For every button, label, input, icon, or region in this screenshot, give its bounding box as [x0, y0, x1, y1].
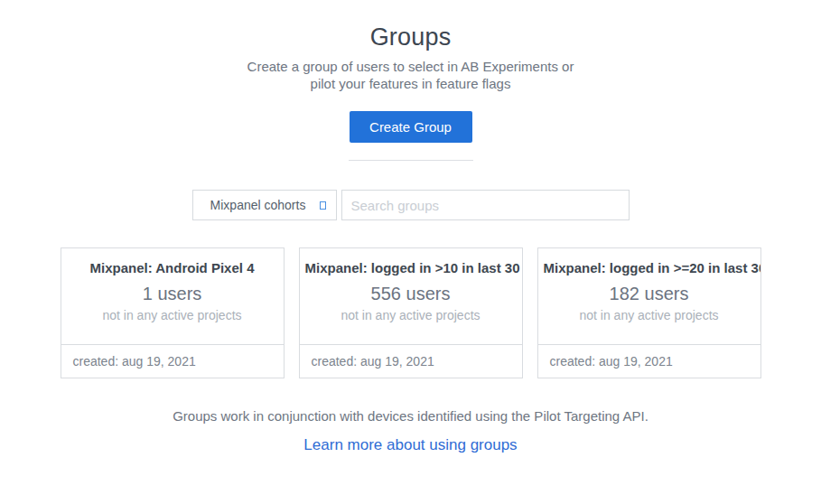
- page-title: Groups: [0, 23, 821, 51]
- dropdown-indicator-icon: [320, 201, 326, 210]
- cohort-source-dropdown[interactable]: Mixpanel cohorts: [192, 190, 337, 220]
- group-card-users-count: 182 users: [538, 284, 760, 304]
- group-card-body: Mixpanel: logged in >10 in last 30 ... 5…: [300, 248, 522, 344]
- search-groups-input[interactable]: [341, 190, 630, 220]
- group-card-logged-in-gte20[interactable]: Mixpanel: logged in >=20 in last 30... 1…: [537, 247, 761, 378]
- group-card-body: Mixpanel: logged in >=20 in last 30... 1…: [538, 248, 760, 344]
- cohort-source-dropdown-value: Mixpanel cohorts: [210, 198, 306, 212]
- group-card-title: Mixpanel: Android Pixel 4: [61, 260, 284, 275]
- page-subtitle: Create a group of users to select in AB …: [0, 58, 821, 92]
- group-card-users-count: 556 users: [300, 284, 522, 304]
- group-card-status: not in any active projects: [538, 308, 760, 322]
- learn-more-link[interactable]: Learn more about using groups: [303, 436, 517, 454]
- group-card-body: Mixpanel: Android Pixel 4 1 users not in…: [61, 248, 284, 344]
- group-cards-row: Mixpanel: Android Pixel 4 1 users not in…: [0, 247, 821, 378]
- create-group-button[interactable]: Create Group: [350, 111, 472, 143]
- header-divider: [349, 160, 473, 161]
- filter-row: Mixpanel cohorts: [0, 190, 821, 220]
- group-card-created: created: aug 19, 2021: [538, 344, 760, 378]
- group-card-created: created: aug 19, 2021: [61, 344, 284, 378]
- group-card-logged-in-gt10[interactable]: Mixpanel: logged in >10 in last 30 ... 5…: [299, 247, 523, 378]
- page-subtitle-line-1: Create a group of users to select in AB …: [0, 58, 821, 75]
- page-subtitle-line-2: pilot your features in feature flags: [0, 75, 821, 92]
- group-card-status: not in any active projects: [300, 308, 522, 322]
- group-card-users-count: 1 users: [61, 284, 284, 304]
- group-card-android-pixel-4[interactable]: Mixpanel: Android Pixel 4 1 users not in…: [61, 247, 285, 378]
- group-card-title: Mixpanel: logged in >10 in last 30 ...: [300, 260, 522, 275]
- group-card-title: Mixpanel: logged in >=20 in last 30...: [538, 260, 760, 275]
- footer-note: Groups work in conjunction with devices …: [0, 408, 821, 424]
- groups-page: Groups Create a group of users to select…: [0, 0, 821, 504]
- group-card-created: created: aug 19, 2021: [300, 344, 522, 378]
- group-card-status: not in any active projects: [61, 308, 284, 322]
